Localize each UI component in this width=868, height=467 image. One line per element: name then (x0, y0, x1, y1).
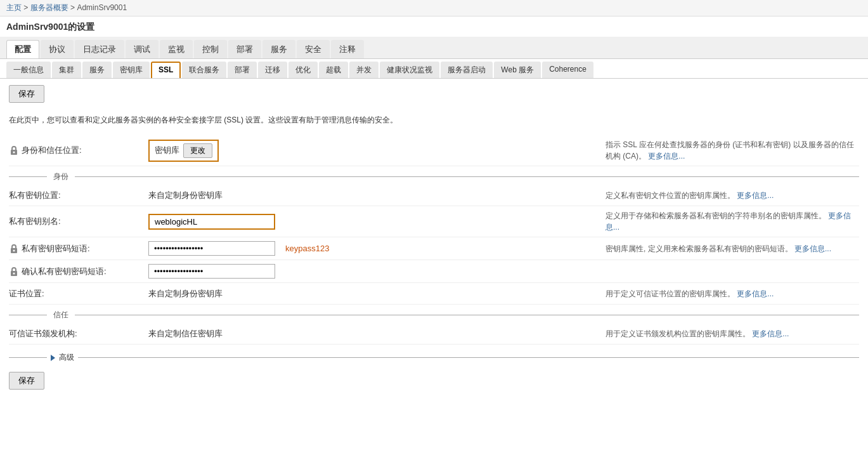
identity-trust-box: 密钥库 更改 (148, 140, 219, 162)
svg-point-3 (13, 249, 15, 251)
more-info-ca[interactable]: 更多信息... (752, 329, 789, 338)
label-cert-location: 证书位置: (9, 288, 148, 299)
help-trusted-ca: 用于定义证书颁发机构位置的密钥库属性。 更多信息... (593, 328, 859, 339)
page-title: AdminSrv9001的设置 (0, 16, 868, 37)
subtab-keystore[interactable]: 密钥库 (113, 62, 150, 78)
tab-services[interactable]: 服务 (262, 40, 295, 58)
subtab-general[interactable]: 一般信息 (6, 62, 51, 78)
section-trust: 信任 (9, 310, 859, 320)
private-key-location-value: 来自定制身份密钥库 (148, 190, 223, 201)
subtab-services[interactable]: 服务 (82, 62, 112, 78)
tab-protocol[interactable]: 协议 (41, 40, 74, 58)
help-private-key-alias: 定义用于存储和检索服务器私有密钥的字符串别名的密钥库属性。 更多信息... (593, 210, 859, 233)
breadcrumb-servers[interactable]: 服务器概要 (30, 3, 68, 12)
subtab-web-services[interactable]: Web 服务 (494, 62, 541, 78)
row-private-key-passphrase: 私有密钥密码短语: keypass123 密钥库属性, 定义用来检索服务器私有密… (9, 237, 859, 260)
form-section: 身份和信任位置: 密钥库 更改 指示 SSL 应在何处查找服务器的身份 (证书和… (9, 135, 859, 365)
subtab-cluster[interactable]: 集群 (52, 62, 81, 78)
subtab-overload[interactable]: 超载 (319, 62, 348, 78)
value-private-key-passphrase: keypass123 (148, 241, 593, 256)
label-identity-trust: 身份和信任位置: (9, 145, 148, 156)
help-identity-trust: 指示 SSL 应在何处查找服务器的身份 (证书和私有密钥) 以及服务器的信任机构… (593, 139, 859, 162)
row-confirm-passphrase: 确认私有密钥密码短语: (9, 260, 859, 283)
subtab-federation[interactable]: 联合服务 (182, 62, 226, 78)
subtab-coherence[interactable]: Coherence (542, 62, 593, 78)
value-cert-location: 来自定制身份密钥库 (148, 288, 593, 299)
more-info-identity[interactable]: 更多信息... (648, 152, 685, 161)
identity-trust-value: 密钥库 (155, 145, 179, 156)
advanced-toggle[interactable]: 高级 (51, 350, 74, 365)
subtab-optimize[interactable]: 优化 (288, 62, 318, 78)
row-cert-location: 证书位置: 来自定制身份密钥库 用于定义可信证书位置的密钥库属性。 更多信息..… (9, 283, 859, 305)
private-key-passphrase-input[interactable] (148, 241, 275, 256)
page-description: 在此页中，您可以查看和定义此服务器实例的各种安全套接字层 (SSL) 设置。这些… (9, 114, 859, 126)
subtab-health[interactable]: 健康状况监视 (380, 62, 439, 78)
breadcrumb-home[interactable]: 主页 (6, 3, 22, 12)
row-trusted-ca: 可信证书颁发机构: 来自定制信任密钥库 用于定义证书颁发机构位置的密钥库属性。 … (9, 323, 859, 345)
main-tabs: 配置 协议 日志记录 调试 监视 控制 部署 服务 安全 注释 (0, 37, 868, 59)
subtab-deploy[interactable]: 部署 (228, 62, 257, 78)
value-identity-trust: 密钥库 更改 (148, 140, 593, 162)
more-info-pkpp[interactable]: 更多信息... (794, 244, 831, 253)
sub-tabs: 一般信息 集群 服务 密钥库 SSL 联合服务 部署 迁移 优化 超载 并发 健… (0, 59, 868, 79)
more-info-pkl[interactable]: 更多信息... (737, 191, 774, 200)
tab-notes[interactable]: 注释 (331, 40, 364, 58)
more-info-cert[interactable]: 更多信息... (737, 289, 774, 298)
label-private-key-passphrase: 私有密钥密码短语: (9, 243, 148, 254)
subtab-migration[interactable]: 迁移 (258, 62, 287, 78)
value-confirm-passphrase (148, 264, 593, 279)
svg-point-5 (13, 272, 15, 274)
row-private-key-location: 私有密钥位置: 来自定制身份密钥库 定义私有密钥文件位置的密钥库属性。 更多信息… (9, 185, 859, 206)
tab-debug[interactable]: 调试 (126, 40, 159, 58)
value-private-key-location: 来自定制身份密钥库 (148, 190, 593, 201)
tab-security[interactable]: 安全 (297, 40, 330, 58)
help-private-key-location: 定义私有密钥文件位置的密钥库属性。 更多信息... (593, 190, 859, 201)
cert-location-value: 来自定制身份密钥库 (148, 288, 223, 299)
breadcrumb: 主页 > 服务器概要 > AdminSrv9001 (0, 0, 868, 16)
tab-deploy[interactable]: 部署 (228, 40, 261, 58)
value-private-key-alias (148, 214, 593, 230)
breadcrumb-current: AdminSrv9001 (77, 3, 127, 12)
value-trusted-ca: 来自定制信任密钥库 (148, 328, 593, 339)
row-private-key-alias: 私有密钥别名: 定义用于存储和检索服务器私有密钥的字符串别名的密钥库属性。 更多… (9, 206, 859, 237)
label-private-key-alias: 私有密钥别名: (9, 216, 148, 227)
subtab-server-start[interactable]: 服务器启动 (441, 62, 493, 78)
help-cert-location: 用于定义可信证书位置的密钥库属性。 更多信息... (593, 288, 859, 299)
triangle-icon (51, 355, 55, 361)
help-private-key-passphrase: 密钥库属性, 定义用来检索服务器私有密钥的密码短语。 更多信息... (593, 243, 859, 254)
save-button-bottom[interactable]: 保存 (9, 372, 44, 390)
label-trusted-ca: 可信证书颁发机构: (9, 328, 148, 339)
tab-monitor[interactable]: 监视 (160, 40, 193, 58)
label-private-key-location: 私有密钥位置: (9, 190, 148, 201)
lock-icon-2 (9, 244, 19, 254)
change-button[interactable]: 更改 (183, 143, 212, 158)
private-key-alias-input[interactable] (148, 214, 275, 230)
trusted-ca-value: 来自定制信任密钥库 (148, 328, 223, 339)
tab-logging[interactable]: 日志记录 (75, 40, 124, 58)
subtab-concurrency[interactable]: 并发 (349, 62, 379, 78)
label-confirm-passphrase: 确认私有密钥密码短语: (9, 266, 148, 277)
confirm-passphrase-input[interactable] (148, 264, 275, 279)
passphrase-hint: keypass123 (285, 244, 329, 253)
svg-point-1 (13, 152, 15, 154)
lock-icon (9, 145, 19, 155)
subtab-ssl[interactable]: SSL (151, 62, 181, 78)
tab-config[interactable]: 配置 (6, 40, 39, 58)
content-area: 保存 在此页中，您可以查看和定义此服务器实例的各种安全套接字层 (SSL) 设置… (0, 79, 868, 402)
lock-icon-3 (9, 266, 19, 277)
save-button-top[interactable]: 保存 (9, 85, 44, 103)
row-identity-trust: 身份和信任位置: 密钥库 更改 指示 SSL 应在何处查找服务器的身份 (证书和… (9, 135, 859, 166)
tab-control[interactable]: 控制 (194, 40, 227, 58)
section-advanced: 高级 (9, 350, 859, 365)
section-identity: 身份 (9, 171, 859, 182)
